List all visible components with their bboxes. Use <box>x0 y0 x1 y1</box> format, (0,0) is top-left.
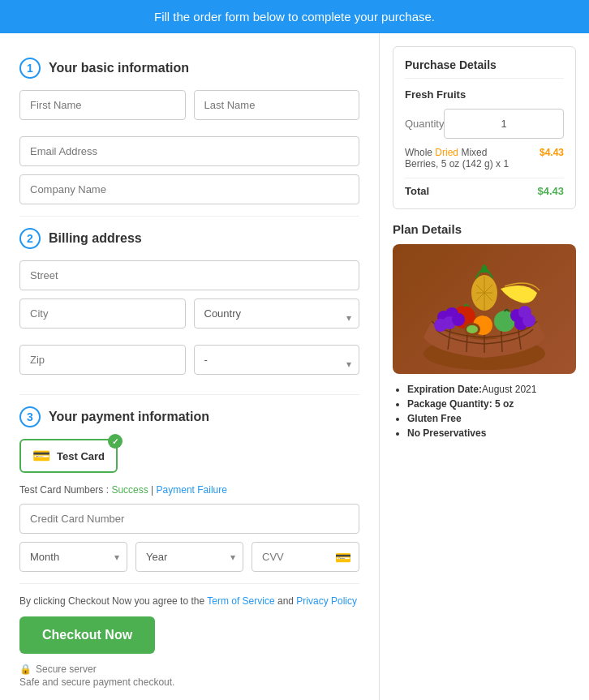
section3-title: Your payment information <box>49 410 209 424</box>
street-group <box>19 260 359 290</box>
card-label: Test Card <box>57 450 105 462</box>
page-wrapper: Fill the order form below to complete yo… <box>0 0 589 700</box>
secure-info: 🔒 Secure server Safe and secure payment … <box>19 663 359 688</box>
state-select-wrapper: - CA NY <box>194 345 360 383</box>
company-input[interactable] <box>19 174 359 204</box>
test-card-info: Test Card Numbers : Success | Payment Fa… <box>19 484 359 496</box>
section2-number: 2 <box>19 228 41 249</box>
first-name-group <box>19 90 186 120</box>
name-row <box>19 90 359 128</box>
payment-method-row: ✓ 💳 Test Card <box>19 439 359 473</box>
cc-number-group <box>19 504 359 534</box>
quantity-label: Quantity <box>405 118 444 130</box>
total-row: Total $4.43 <box>405 178 564 197</box>
top-banner: Fill the order form below to complete yo… <box>0 0 589 33</box>
item-row: Whole Dried MixedBerries, 5 oz (142 g) x… <box>405 147 564 170</box>
divider3 <box>19 583 359 584</box>
secure-server-text: Secure server <box>36 663 97 675</box>
city-country-row: Country United States United Kingdom Can… <box>19 298 359 337</box>
section1-header: 1 Your basic information <box>19 58 359 79</box>
plan-features-list: Expiration Date:August 2021 Package Quan… <box>393 384 576 439</box>
section3-number: 3 <box>19 406 41 427</box>
zip-state-row: - CA NY <box>19 345 359 383</box>
country-select-wrapper: Country United States United Kingdom Can… <box>194 298 360 337</box>
company-group <box>19 174 359 204</box>
last-name-input[interactable] <box>194 90 360 120</box>
total-label: Total <box>405 185 429 197</box>
check-badge-icon: ✓ <box>108 434 123 449</box>
main-content: 1 Your basic information 2 <box>0 33 589 700</box>
cc-number-input[interactable] <box>19 504 359 534</box>
email-group <box>19 136 359 166</box>
feature-expiry: Expiration Date:August 2021 <box>407 384 576 395</box>
privacy-policy-link[interactable]: Privacy Policy <box>296 595 357 607</box>
section3-header: 3 Your payment information <box>19 406 359 427</box>
year-select-wrapper: Year 2024 2025 2026 2027 <box>135 542 243 572</box>
lock-icon: 🔒 <box>19 663 32 675</box>
success-link[interactable]: Success <box>111 484 148 496</box>
month-select-wrapper: Month January February March April May J… <box>19 542 127 572</box>
state-select[interactable]: - CA NY <box>194 345 360 375</box>
svg-point-22 <box>522 314 535 327</box>
city-group <box>19 298 186 329</box>
feature-gluten: Gluten Free <box>407 413 576 424</box>
city-input[interactable] <box>19 298 186 329</box>
section1-title: Your basic information <box>49 61 189 75</box>
quantity-row: Quantity <box>405 109 564 139</box>
feature-quantity: Package Quantity: 5 oz <box>407 398 576 410</box>
secure-server-row: 🔒 Secure server <box>19 663 359 675</box>
zip-input[interactable] <box>19 345 186 375</box>
terms-of-service-link[interactable]: Term of Service <box>207 595 274 607</box>
divider1 <box>19 216 359 217</box>
right-panel: Purchase Details Fresh Fruits Quantity W… <box>380 33 589 700</box>
section1-number: 1 <box>19 58 41 79</box>
section2-header: 2 Billing address <box>19 228 359 249</box>
item-name: Whole Dried MixedBerries, 5 oz (142 g) x… <box>405 147 540 170</box>
terms-text: By clicking Checkout Now you agree to th… <box>19 595 359 607</box>
feature-preservatives: No Preservatives <box>407 427 576 439</box>
fruit-basket-image <box>393 244 576 374</box>
plan-details: Plan Details <box>393 222 576 439</box>
expiry-cvv-row: Month January February March April May J… <box>19 542 359 572</box>
section2-title: Billing address <box>49 231 142 246</box>
terms-prefix: By clicking Checkout Now you agree to th… <box>19 595 204 607</box>
purchase-box: Purchase Details Fresh Fruits Quantity W… <box>393 46 576 209</box>
credit-card-icon: 💳 <box>32 447 50 465</box>
banner-text: Fill the order form below to complete yo… <box>154 10 435 24</box>
divider2 <box>19 394 359 395</box>
secure-payment-text: Safe and secure payment checkout. <box>19 676 359 688</box>
purchase-title: Purchase Details <box>405 58 564 79</box>
total-price: $4.43 <box>537 185 564 197</box>
quantity-input[interactable] <box>444 109 564 139</box>
test-card-option[interactable]: ✓ 💳 Test Card <box>19 439 118 473</box>
svg-point-18 <box>452 313 465 326</box>
first-name-input[interactable] <box>19 90 186 120</box>
checkout-button[interactable]: Checkout Now <box>19 616 155 654</box>
svg-point-24 <box>466 325 478 333</box>
cvv-group: 💳 <box>252 542 359 572</box>
plan-details-title: Plan Details <box>393 222 576 236</box>
cvv-card-icon: 💳 <box>335 549 351 565</box>
email-input[interactable] <box>19 136 359 166</box>
country-select[interactable]: Country United States United Kingdom Can… <box>194 298 360 329</box>
street-input[interactable] <box>19 260 359 290</box>
month-select[interactable]: Month January February March April May J… <box>19 542 127 572</box>
item-price: $4.43 <box>540 147 564 170</box>
left-panel: 1 Your basic information 2 <box>0 33 380 700</box>
last-name-group <box>194 90 360 120</box>
test-card-label: Test Card Numbers : <box>19 484 111 496</box>
failure-link[interactable]: Payment Failure <box>157 484 227 496</box>
year-select[interactable]: Year 2024 2025 2026 2027 <box>135 542 243 572</box>
zip-group <box>19 345 186 375</box>
product-name: Fresh Fruits <box>405 88 564 101</box>
